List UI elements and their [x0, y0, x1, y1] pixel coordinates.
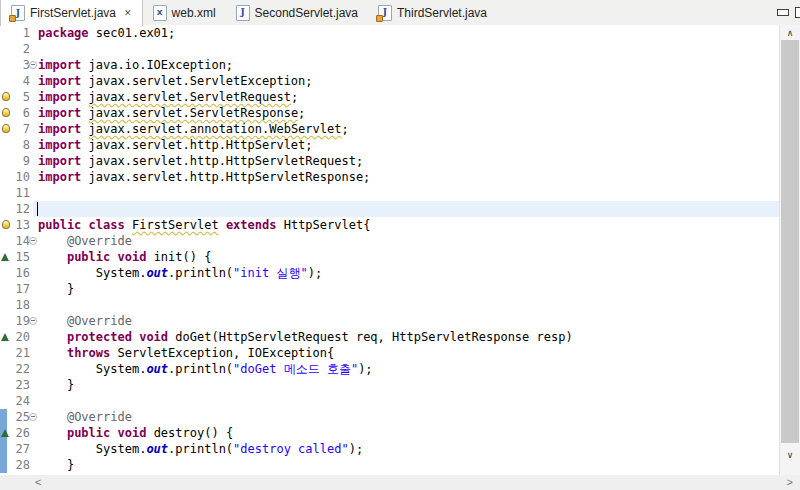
code-text: import javax.servlet.http.HttpServletReq…: [38, 153, 363, 169]
line-number: 9: [6, 153, 30, 169]
tab-label: ThirdServlet.java: [397, 6, 487, 20]
fold-marker-icon[interactable]: [29, 237, 37, 245]
tab-web-xml[interactable]: xweb.xml: [143, 0, 226, 25]
warning-icon[interactable]: [2, 220, 10, 229]
code-line-16[interactable]: 16 System.out.println("init 실행");: [0, 265, 780, 281]
tab-firstservlet-java[interactable]: JFirstServlet.java✕: [0, 0, 143, 26]
code-text: protected void doGet(HttpServletRequest …: [38, 329, 573, 345]
scroll-left-icon[interactable]: <: [35, 475, 41, 490]
code-text: package sec01.ex01;: [38, 25, 175, 41]
code-line-28[interactable]: 28 }: [0, 457, 780, 473]
code-line-6[interactable]: 6import javax.servlet.ServletResponse;: [0, 105, 780, 121]
line-number: 22: [6, 361, 30, 377]
tab-secondservlet-java[interactable]: JSecondServlet.java: [226, 0, 368, 25]
code-line-7[interactable]: 7import javax.servlet.annotation.WebServ…: [0, 121, 780, 137]
line-number: 14: [6, 233, 30, 249]
file-icon-letter: J: [383, 8, 387, 17]
code-line-12[interactable]: 12: [0, 201, 780, 217]
code-line-14[interactable]: 14 @Override: [0, 233, 780, 249]
override-indicator-icon: [1, 253, 9, 261]
line-number: 2: [6, 41, 30, 57]
warning-decorator-icon: [9, 15, 16, 22]
minimize-button[interactable]: [777, 9, 789, 16]
code-line-9[interactable]: 9import javax.servlet.http.HttpServletRe…: [0, 153, 780, 169]
code-line-20[interactable]: 20 protected void doGet(HttpServletReque…: [0, 329, 780, 345]
code-line-27[interactable]: 27 System.out.println("destroy called");: [0, 441, 780, 457]
code-line-22[interactable]: 22 System.out.println("doGet 메소드 호출");: [0, 361, 780, 377]
line-number: 24: [6, 393, 30, 409]
override-indicator-icon: [1, 333, 9, 341]
line-number: 4: [6, 73, 30, 89]
code-line-26[interactable]: 26 public void destroy() {: [0, 425, 780, 441]
code-line-23[interactable]: 23 }: [0, 377, 780, 393]
tab-bar: JFirstServlet.java✕xweb.xmlJSecondServle…: [0, 0, 800, 26]
code-line-10[interactable]: 10import javax.servlet.http.HttpServletR…: [0, 169, 780, 185]
code-text: import javax.servlet.ServletResponse;: [38, 105, 305, 121]
code-line-11[interactable]: 11: [0, 185, 780, 201]
code-line-1[interactable]: 1package sec01.ex01;: [0, 25, 780, 41]
line-number: 21: [6, 345, 30, 361]
scroll-down-icon[interactable]: ∨: [780, 448, 800, 462]
warning-icon[interactable]: [2, 124, 10, 133]
code-line-13[interactable]: 13public class FirstServlet extends Http…: [0, 217, 780, 233]
code-line-19[interactable]: 19 @Override: [0, 313, 780, 329]
tab-strip: JFirstServlet.java✕xweb.xmlJSecondServle…: [0, 0, 800, 25]
code-text: System.out.println("init 실행");: [38, 265, 322, 281]
line-number: 10: [6, 169, 30, 185]
warning-icon[interactable]: [2, 92, 10, 101]
vertical-scrollbar[interactable]: ∧ ∨: [779, 25, 800, 475]
java-file-icon: J: [236, 5, 250, 21]
fold-marker-icon[interactable]: [29, 317, 37, 325]
code-text: public void destroy() {: [38, 425, 233, 441]
code-text: @Override: [38, 233, 132, 249]
code-text: }: [38, 457, 74, 473]
java-file-icon: J: [11, 5, 25, 21]
scroll-right-icon[interactable]: >: [787, 475, 793, 490]
scroll-up-icon[interactable]: ∧: [780, 26, 800, 40]
line-number: 20: [6, 329, 30, 345]
code-line-2[interactable]: 2: [0, 41, 780, 57]
tab-label: FirstServlet.java: [30, 6, 116, 20]
line-number: 8: [6, 137, 30, 153]
line-number: 19: [6, 313, 30, 329]
window-controls: [777, 0, 800, 25]
code-area: 1package sec01.ex01;23import java.io.IOE…: [0, 25, 780, 473]
line-number: 18: [6, 297, 30, 313]
code-line-24[interactable]: 24: [0, 393, 780, 409]
code-line-25[interactable]: 25 @Override: [0, 409, 780, 425]
tab-thirdservlet-java[interactable]: JThirdServlet.java: [368, 0, 497, 25]
code-line-3[interactable]: 3import java.io.IOException;: [0, 57, 780, 73]
code-line-17[interactable]: 17 }: [0, 281, 780, 297]
fold-marker-icon[interactable]: [29, 61, 37, 69]
code-line-18[interactable]: 18: [0, 297, 780, 313]
horizontal-scrollbar[interactable]: < >: [0, 475, 800, 490]
line-number: 28: [6, 457, 30, 473]
line-number: 16: [6, 265, 30, 281]
warning-icon[interactable]: [2, 108, 10, 117]
code-line-5[interactable]: 5import javax.servlet.ServletRequest;: [0, 89, 780, 105]
line-number: 23: [6, 377, 30, 393]
file-icon-letter: x: [157, 8, 163, 17]
fold-marker-icon[interactable]: [29, 413, 37, 421]
code-text: @Override: [38, 313, 132, 329]
code-line-21[interactable]: 21 throws ServletException, IOException{: [0, 345, 780, 361]
maximize-button[interactable]: [795, 7, 800, 18]
line-number: 17: [6, 281, 30, 297]
code-line-4[interactable]: 4import javax.servlet.ServletException;: [0, 73, 780, 89]
code-text: public void init() {: [38, 249, 211, 265]
line-number: 11: [6, 185, 30, 201]
code-line-8[interactable]: 8import javax.servlet.http.HttpServlet;: [0, 137, 780, 153]
code-text: import java.io.IOException;: [38, 57, 233, 73]
code-line-15[interactable]: 15 public void init() {: [0, 249, 780, 265]
code-text: public class FirstServlet extends HttpSe…: [38, 217, 370, 233]
vertical-scrollbar-thumb[interactable]: [781, 40, 799, 443]
tab-label: SecondServlet.java: [255, 6, 358, 20]
xml-file-icon: x: [153, 5, 167, 21]
code-editor[interactable]: 1package sec01.ex01;23import java.io.IOE…: [0, 25, 780, 475]
java-file-icon: J: [378, 5, 392, 21]
close-icon[interactable]: ✕: [124, 9, 132, 18]
file-icon-letter: J: [16, 9, 20, 18]
code-text: }: [38, 377, 74, 393]
warning-decorator-icon: [376, 15, 383, 22]
code-text: System.out.println("doGet 메소드 호출");: [38, 361, 373, 377]
